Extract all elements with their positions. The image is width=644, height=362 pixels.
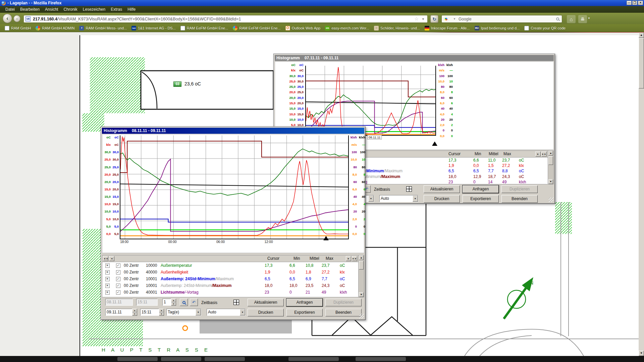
scroll-thumb[interactable] xyxy=(639,38,644,88)
menu-item-datei[interactable]: Datei xyxy=(5,7,15,12)
search-icon[interactable] xyxy=(556,17,559,20)
duplicate-button[interactable]: Duplizieren xyxy=(325,299,362,306)
forward-button[interactable]: › xyxy=(13,15,20,22)
legend-row[interactable]: ✕✓00 Zentr40000Außenhelligkeit1,90,01,82… xyxy=(102,269,364,276)
mode-select[interactable]: Auto▼ xyxy=(379,195,418,202)
table-nav-left-icon[interactable]: ◄ xyxy=(109,256,114,261)
home-button[interactable]: ⌂ xyxy=(567,15,576,23)
scroll-up-icon[interactable]: ▲ xyxy=(548,151,553,156)
scroll-thumb[interactable] xyxy=(359,261,364,269)
visible-checkbox[interactable]: ✓ xyxy=(116,284,120,288)
remove-checkbox[interactable]: ✕ xyxy=(105,277,110,281)
bookmark-item[interactable]: RAM GmbH ADMIN xyxy=(36,26,74,31)
export-button[interactable]: Exportieren xyxy=(286,309,323,316)
menu-item-hilfe[interactable]: Hilfe xyxy=(127,7,136,12)
window-title-bar[interactable]: Histogramm07.11.11 - 09.11.11 xyxy=(275,55,554,61)
bookmark-item[interactable]: ~Schilder, Hinweis- und... xyxy=(374,26,420,31)
taskbar-item[interactable] xyxy=(205,357,245,361)
bookmark-item[interactable]: Inkscape Forum - Alle... xyxy=(425,26,470,31)
query-button[interactable]: Anfragen xyxy=(463,185,499,193)
url-dropdown-icon[interactable]: ▼ xyxy=(422,17,425,21)
menu-item-chronik[interactable]: Chronik xyxy=(63,7,77,12)
bookmark-item[interactable]: RAM GmbH xyxy=(5,26,31,31)
taskbar-item[interactable] xyxy=(356,357,406,361)
remove-checkbox[interactable]: ✕ xyxy=(105,270,110,275)
count-field[interactable]: 1 xyxy=(162,299,171,306)
cursor-marker-icon[interactable] xyxy=(432,141,437,146)
undo-button[interactable]: ↶ xyxy=(190,299,198,306)
export-button[interactable]: Exportieren xyxy=(463,195,499,203)
scroll-down-icon[interactable]: ▼ xyxy=(359,292,364,297)
bookmark-item[interactable]: OOutlook Web App xyxy=(285,26,320,31)
table-nav-right-icon[interactable]: ► xyxy=(535,152,541,157)
table-nav-left-icon[interactable]: ◄◄ xyxy=(103,256,108,261)
end-time-field[interactable]: 15:11 xyxy=(140,309,159,316)
print-button[interactable]: Drucken xyxy=(424,195,460,203)
bookmark-item[interactable]: fRAM GmbH Mess- und... xyxy=(79,26,127,31)
legend-row[interactable]: ✕✓00 Zentr40001Lichtsumme/-Vortag2302149… xyxy=(102,289,364,296)
bookmark-star-icon[interactable]: ☆ xyxy=(414,16,419,21)
resize-grip[interactable] xyxy=(359,314,364,318)
cursor-marker-icon[interactable] xyxy=(323,236,329,240)
reload-button[interactable]: ↻ xyxy=(430,15,438,23)
taskbar-item[interactable] xyxy=(117,357,158,361)
restore-button[interactable]: ❐ xyxy=(632,1,637,5)
building-outline[interactable] xyxy=(141,71,273,109)
taskbar-item[interactable] xyxy=(288,357,339,361)
table-nav-right-icon[interactable]: ► xyxy=(346,256,351,261)
duplicate-button[interactable]: Duplizieren xyxy=(501,185,538,193)
menu-item-lesezeichen[interactable]: Lesezeichen xyxy=(83,7,105,12)
minimize-button[interactable]: — xyxy=(627,1,632,5)
resize-grip[interactable] xyxy=(549,197,553,202)
layout-grid-icon[interactable] xyxy=(233,300,239,305)
legend-row[interactable]: ✕✓00 Zentr10001Außentemp: 24Std-Minimum/… xyxy=(102,282,364,289)
visible-checkbox[interactable]: ✓ xyxy=(116,277,120,281)
remove-checkbox[interactable]: ✕ xyxy=(105,284,110,288)
zoom-button[interactable] xyxy=(180,299,188,306)
table-nav-right-icon[interactable]: ►► xyxy=(541,152,547,157)
marker-circle[interactable] xyxy=(183,326,187,330)
scroll-down-icon[interactable]: ▼ xyxy=(639,351,644,356)
menu-item-bearbeiten[interactable]: Bearbeiten xyxy=(20,7,40,12)
scroll-up-icon[interactable]: ▲ xyxy=(639,33,644,38)
close-button[interactable]: ✕ xyxy=(638,1,643,5)
bookmark-item[interactable]: Create your QR code xyxy=(524,26,566,31)
scroll-up-icon[interactable]: ▲ xyxy=(359,255,364,260)
bookmark-item[interactable]: 1&11&1 Internet AG - DS... xyxy=(131,26,176,31)
remove-checkbox[interactable]: ✕ xyxy=(105,263,110,268)
end-date-spinner[interactable]: ▲▼ xyxy=(132,309,137,316)
update-button[interactable]: Aktualisieren xyxy=(248,299,284,306)
close-button[interactable]: Beenden xyxy=(501,195,538,203)
browser-scrollbar[interactable]: ▲ ▼ xyxy=(639,33,644,356)
visible-checkbox[interactable]: ✓ xyxy=(116,263,120,268)
bookmark-item[interactable]: RAM EeFM GmbH Ene... xyxy=(233,26,280,31)
visible-checkbox[interactable]: ✓ xyxy=(116,270,120,275)
window-title-bar[interactable]: Histogramm08.11.11 - 09.11.11 xyxy=(102,128,364,134)
visible-checkbox[interactable]: ✓ xyxy=(116,290,120,295)
print-button[interactable]: 🖶 xyxy=(578,15,587,23)
legend-row[interactable]: ✕✓00 Zentr10000Außentemperatur17,36,610,… xyxy=(102,262,364,269)
back-button[interactable]: ‹ xyxy=(3,14,12,23)
url-bar[interactable]: VR 217.91.160.4 /VisuRAM_K973/VisuRAM.as… xyxy=(23,15,428,23)
bookmark-item[interactable]: MUIpad bedienung und d... xyxy=(475,26,520,31)
table-nav-right-icon[interactable]: ►► xyxy=(352,256,357,261)
sensor-badge[interactable]: 03 xyxy=(173,81,181,87)
search-engine-dropdown-icon[interactable]: ▼ xyxy=(453,17,456,20)
start-time-field[interactable]: 15:11 xyxy=(136,299,158,306)
layout-grid-icon[interactable] xyxy=(406,186,412,192)
close-button[interactable]: Beenden xyxy=(325,309,362,316)
mode-select[interactable]: Auto▼ xyxy=(207,309,246,316)
end-date-field[interactable]: 09.11.11 xyxy=(105,309,132,316)
start-date-field[interactable]: 08.11.11 xyxy=(105,299,133,306)
print-button[interactable]: Drucken xyxy=(248,309,284,316)
bookmark-item[interactable]: RAM EeFM GmbH Ene... xyxy=(180,26,228,31)
menu-item-extras[interactable]: Extras xyxy=(111,7,122,12)
menu-item-ansicht[interactable]: Ansicht xyxy=(45,7,58,12)
scroll-down-icon[interactable]: ▼ xyxy=(548,179,553,184)
legend-row[interactable]: ✕✓00 Zentr10001Außentemp: 24Std-Minimum/… xyxy=(102,276,364,282)
remove-checkbox[interactable]: ✕ xyxy=(105,290,110,295)
scroll-thumb[interactable] xyxy=(548,156,553,165)
bookmark-item[interactable]: emeasy-merch.com Wer... xyxy=(325,26,369,31)
interval-select[interactable]: Tag(e)▼ xyxy=(166,309,201,316)
table-scrollbar[interactable]: ▲ ▼ xyxy=(358,255,364,297)
